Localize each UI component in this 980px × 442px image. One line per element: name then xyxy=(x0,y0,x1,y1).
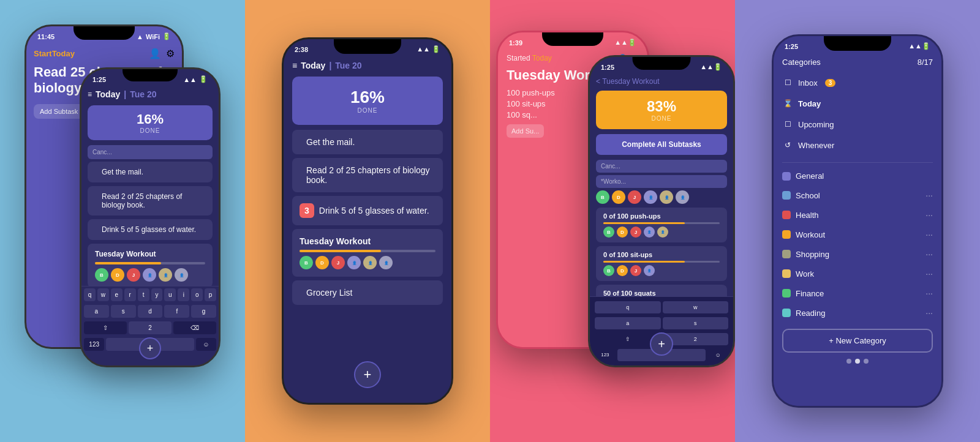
nav-today[interactable]: ⌛ Today xyxy=(782,94,933,113)
cat-general[interactable]: General xyxy=(774,167,941,185)
cat-menu-work[interactable]: ··· xyxy=(925,269,933,279)
nav-upcoming[interactable]: ☐ Upcoming xyxy=(782,114,933,134)
workout-item[interactable]: Tuesday Workout B D J 👤 👤 👤 xyxy=(292,229,443,277)
subtask-situps[interactable]: 0 of 100 sit-ups B D J 👤 xyxy=(596,246,727,281)
nav-whenever[interactable]: ↺ Whenever xyxy=(782,135,933,155)
task-item-mail[interactable]: Get the mail. xyxy=(292,130,443,154)
cat-menu-shopping[interactable]: ··· xyxy=(925,249,933,259)
cat-menu-finance[interactable]: ··· xyxy=(925,288,933,298)
panel-2: 2:38 ▲▲ 🔋 ≡ Today | Tue 20 16% DONE xyxy=(245,0,490,442)
key-p[interactable]: p xyxy=(205,288,216,301)
fab-button[interactable]: + xyxy=(650,332,673,356)
key-d[interactable]: d xyxy=(138,305,163,318)
avatar: B xyxy=(603,227,614,238)
cat-dot-health xyxy=(782,211,791,219)
key-backspace[interactable]: ⌫ xyxy=(173,321,216,334)
key-o[interactable]: o xyxy=(191,288,203,301)
avatar: J xyxy=(630,265,641,276)
key-emoji[interactable]: ☺ xyxy=(707,349,728,361)
key-123[interactable]: 123 xyxy=(595,349,616,361)
notch xyxy=(633,57,691,70)
avatar: D xyxy=(617,265,628,276)
key-w[interactable]: w xyxy=(663,301,729,313)
new-category-button[interactable]: + New Category xyxy=(782,329,933,353)
avatar: B xyxy=(603,265,614,276)
key-i[interactable]: i xyxy=(178,288,189,301)
cat-workout[interactable]: Workout ··· xyxy=(774,225,941,244)
fab-button[interactable]: + xyxy=(139,337,161,359)
key-2[interactable]: 2 xyxy=(129,321,172,334)
task-item-mail[interactable]: Get the mail. xyxy=(88,162,213,182)
avatar: 👤 xyxy=(379,256,393,269)
add-subtask-button[interactable]: Add Subtask xyxy=(34,104,84,119)
avatar: B xyxy=(95,268,108,282)
key-y[interactable]: y xyxy=(151,288,163,301)
avatar: 👤 xyxy=(676,190,689,204)
task-item-water[interactable]: Drink 5 of 5 glasses of water. xyxy=(88,219,213,240)
nav-inbox[interactable]: ☐ Inbox 3 xyxy=(782,73,933,92)
fab-button[interactable]: + xyxy=(354,361,381,388)
workout-input: *Worko... xyxy=(596,175,727,188)
cat-menu-health[interactable]: ··· xyxy=(925,210,933,220)
settings-icon: ⚙ xyxy=(166,48,175,59)
key-shift[interactable]: ⇧ xyxy=(84,321,127,334)
key-u[interactable]: u xyxy=(164,288,176,301)
cat-shopping[interactable]: Shopping ··· xyxy=(774,244,941,264)
key-s[interactable]: s xyxy=(663,317,729,329)
whenever-icon: ↺ xyxy=(782,140,793,151)
cat-health[interactable]: Health ··· xyxy=(774,205,941,225)
cat-menu-school[interactable]: ··· xyxy=(925,190,933,200)
cat-finance[interactable]: Finance ··· xyxy=(774,283,941,303)
complete-all-button[interactable]: Complete All Subtasks xyxy=(596,134,727,155)
key-a[interactable]: a xyxy=(595,317,661,329)
key-q[interactable]: q xyxy=(84,288,96,301)
key-a[interactable]: a xyxy=(84,305,109,318)
time: 1:25 xyxy=(92,76,106,83)
avatar-row: B D J 👤 👤 👤 xyxy=(596,190,727,204)
workout-item[interactable]: Tuesday Workout B D J 👤 👤 👤 xyxy=(88,244,213,288)
categories-title: Categories xyxy=(782,58,821,67)
task-item-biology[interactable]: Read 2 of 25 chapters of biology book. xyxy=(88,186,213,215)
status-icons: ▲ WiFi 🔋 xyxy=(137,32,171,40)
header-icons: 👤 ⚙ xyxy=(149,48,175,59)
main-phone-panel2: 2:38 ▲▲ 🔋 ≡ Today | Tue 20 16% DONE xyxy=(282,37,453,405)
categories-screen: Categories 8/17 ☐ Inbox 3 ⌛ Today ☐ xyxy=(774,53,941,406)
key-f[interactable]: f xyxy=(164,305,189,318)
cat-reading[interactable]: Reading ··· xyxy=(774,303,941,323)
back-nav[interactable]: < Tuesday Workout xyxy=(596,77,727,86)
workout-progress-fill xyxy=(95,262,161,264)
key-r[interactable]: r xyxy=(124,288,136,301)
key-t[interactable]: t xyxy=(138,288,149,301)
cat-menu-reading[interactable]: ··· xyxy=(925,308,933,318)
avatar: 👤 xyxy=(159,268,172,282)
key-emoji[interactable]: ☺ xyxy=(196,338,216,351)
cat-dot-reading xyxy=(782,309,791,317)
avatar: J xyxy=(127,268,140,282)
add-subtask-btn[interactable]: Add Su... xyxy=(507,124,544,138)
avatar: J xyxy=(331,256,345,269)
progress-block: 16% DONE xyxy=(88,105,213,140)
avatar: B xyxy=(596,190,609,204)
cat-menu-workout[interactable]: ··· xyxy=(925,230,933,239)
divider xyxy=(782,162,933,163)
progress-block: 16% DONE xyxy=(292,77,443,125)
task-item-biology[interactable]: Read 2 of 25 chapters of biology book. xyxy=(292,158,443,192)
avatar: J xyxy=(628,190,641,204)
key-e[interactable]: e xyxy=(111,288,123,301)
cancel-bar: Canc... xyxy=(596,160,727,173)
avatar: J xyxy=(630,227,641,238)
subtask-pushups[interactable]: 0 of 100 push-ups B D J 👤 👤 xyxy=(596,208,727,242)
cat-school[interactable]: School ··· xyxy=(774,185,941,205)
key-123[interactable]: 123 xyxy=(84,338,104,351)
key-q[interactable]: q xyxy=(595,301,661,313)
grocery-item[interactable]: Grocery List xyxy=(292,280,443,305)
key-w[interactable]: w xyxy=(97,288,109,301)
fg-phone-panel1: 1:25 ▲▲🔋 ≡ Today | Tue 20 16% DONE xyxy=(80,67,221,367)
cat-dot-school xyxy=(782,191,791,200)
key-s[interactable]: s xyxy=(111,305,136,318)
avatar: 👤 xyxy=(644,190,657,204)
key-g[interactable]: g xyxy=(191,305,216,318)
task-item-water[interactable]: 3 Drink 5 of 5 glasses of water. xyxy=(292,196,443,225)
cat-dot-workout xyxy=(782,230,791,239)
cat-work[interactable]: Work ··· xyxy=(774,264,941,283)
